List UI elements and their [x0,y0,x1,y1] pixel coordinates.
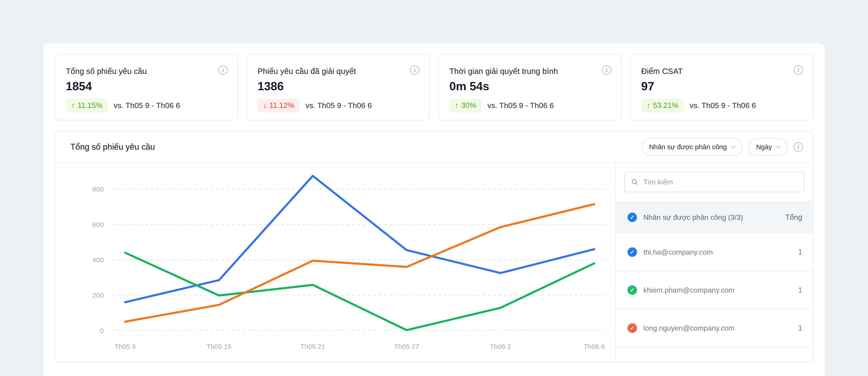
svg-text:Th05 15: Th05 15 [207,343,231,350]
kpi-compare-row: ↑11.15% vs. Th05 9 - Th06 6 [66,99,227,112]
dashboard-container: Tổng số phiếu yêu cầu 1854 ↑11.15% vs. T… [43,43,825,376]
series-total-value: 1 [798,248,802,256]
delta-badge: ↑53.21% [641,99,684,112]
kpi-card-resolved-tickets: Phiếu yêu cầu đã giải quyết 1386 ↓11.12%… [246,54,430,120]
chart-panel-title: Tổng số phiếu yêu cầu [70,142,155,152]
dashboard-page: Tổng số phiếu yêu cầu 1854 ↑11.15% vs. T… [0,0,868,376]
series-row-khiem-pham[interactable]: khiem.pham@company.com 1 [616,271,813,309]
search-block [616,163,813,202]
arrow-down-icon: ↓ [263,101,267,109]
arrow-up-icon: ↑ [647,101,651,109]
series-total-value: 1 [798,286,802,294]
info-icon[interactable] [602,65,612,75]
kpi-value: 97 [641,80,802,93]
info-icon[interactable] [794,65,803,75]
chevron-down-icon [731,143,736,149]
chart-panel-body: 8006004002000Th05 9Th05 15Th05 21Th05 27… [55,163,813,362]
series-group-label: Nhân sự được phân công (3/3) [643,213,779,222]
checkbox-checked-icon[interactable] [627,247,637,257]
kpi-compare-row: ↑30% vs. Th05 9 - Th06 6 [450,99,611,112]
delta-value: 11.15% [78,101,102,109]
kpi-compare-row: ↑53.21% vs. Th05 9 - Th06 6 [641,99,802,112]
kpi-value: 0m 54s [450,80,611,93]
kpi-card-avg-resolution-time: Thời gian giải quyết trung bình 0m 54s ↑… [438,54,622,120]
info-icon[interactable] [794,142,803,152]
kpi-title: Thời gian giải quyết trung bình [450,67,611,76]
delta-badge: ↓11.12% [258,99,300,112]
series-email-label: khiem.pham@company.com [643,286,792,294]
compare-period-label: vs. Th05 9 - Th06 6 [305,101,372,110]
svg-text:800: 800 [92,186,103,193]
tickets-chart-panel: Tổng số phiếu yêu cầu Nhân sự được phân … [55,131,813,362]
series-list-header[interactable]: Nhân sự được phân công (3/3) Tổng [616,202,813,233]
series-email-label: thi.ha@company.com [643,248,792,256]
kpi-card-total-tickets: Tổng số phiếu yêu cầu 1854 ↑11.15% vs. T… [55,54,238,120]
kpi-title: Tổng số phiếu yêu cầu [66,67,227,76]
series-row-thi-ha[interactable]: thi.ha@company.com 1 [616,233,813,271]
delta-badge: ↑30% [450,99,482,112]
delta-value: 30% [461,101,476,109]
svg-text:Th06 2: Th06 2 [490,343,511,350]
svg-text:Th06 6: Th06 6 [584,343,605,350]
kpi-title: Điểm CSAT [641,67,802,76]
chart-controls: Nhân sự được phân công Ngày [642,138,803,156]
kpi-value: 1386 [258,80,419,93]
checkbox-checked-icon[interactable] [627,323,637,333]
line-chart: 8006004002000Th05 9Th05 15Th05 21Th05 27… [55,163,615,362]
svg-text:Th05 27: Th05 27 [394,343,419,350]
series-total-value: 1 [798,324,802,332]
info-icon[interactable] [410,65,420,75]
dimension-dropdown[interactable]: Nhân sự được phân công [642,138,743,156]
kpi-value: 1854 [66,80,227,93]
checkbox-all-checked-icon[interactable] [627,213,637,222]
total-column-header: Tổng [785,213,802,222]
granularity-dropdown-label: Ngày [756,143,772,151]
chevron-down-icon [776,143,781,149]
arrow-up-icon: ↑ [71,101,75,109]
search-input[interactable] [643,178,798,186]
info-icon[interactable] [218,65,228,75]
chart-panel-header: Tổng số phiếu yêu cầu Nhân sự được phân … [55,132,813,163]
series-row-long-nguyen[interactable]: long.nguyen@company.com 1 [616,309,813,347]
delta-value: 53.21% [653,101,678,109]
search-icon [631,178,638,186]
series-email-label: long.nguyen@company.com [643,324,792,332]
kpi-card-csat-score: Điểm CSAT 97 ↑53.21% vs. Th05 9 - Th06 6 [630,54,814,120]
kpi-row: Tổng số phiếu yêu cầu 1854 ↑11.15% vs. T… [55,54,813,120]
svg-text:400: 400 [92,256,103,263]
dimension-dropdown-label: Nhân sự được phân công [649,143,727,151]
series-list-panel: Nhân sự được phân công (3/3) Tổng thi.ha… [615,163,813,362]
search-box [624,172,804,192]
svg-text:Th05 9: Th05 9 [115,343,136,350]
svg-text:0: 0 [100,327,104,335]
svg-text:600: 600 [92,221,103,228]
compare-period-label: vs. Th05 9 - Th06 6 [114,101,180,110]
compare-period-label: vs. Th05 9 - Th06 6 [488,101,554,110]
arrow-up-icon: ↑ [455,101,459,109]
svg-text:200: 200 [92,291,103,299]
compare-period-label: vs. Th05 9 - Th06 6 [690,101,756,110]
svg-text:Th05 21: Th05 21 [301,343,325,350]
checkbox-checked-icon[interactable] [627,285,637,295]
chart-area: 8006004002000Th05 9Th05 15Th05 21Th05 27… [55,163,615,362]
granularity-dropdown[interactable]: Ngày [748,138,788,156]
kpi-compare-row: ↓11.12% vs. Th05 9 - Th06 6 [258,99,419,112]
delta-value: 11.12% [270,101,294,109]
kpi-title: Phiếu yêu cầu đã giải quyết [258,67,419,76]
delta-badge: ↑11.15% [66,99,108,112]
